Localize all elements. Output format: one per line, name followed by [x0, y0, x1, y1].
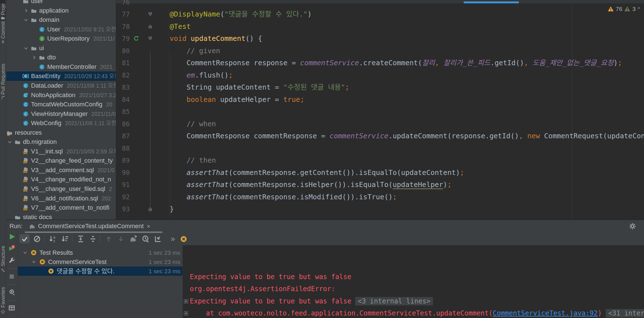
line-number: 76 [116, 0, 130, 8]
code-line-86: // when [170, 118, 216, 130]
tree-item-label: domain [39, 15, 59, 25]
project-tree-row-WebConfig[interactable]: CWebConfig2021/11/08 1:11 오전, 9 [6, 118, 116, 128]
sort-alphabetically-button[interactable]: az [48, 234, 58, 243]
chevron-down-icon[interactable] [23, 250, 28, 255]
rerun-failed-button[interactable]: ! [8, 245, 15, 252]
left-toolbar-separator [8, 284, 16, 285]
project-tree-row-resources[interactable]: resources [6, 128, 116, 137]
svg-text:C: C [25, 74, 27, 78]
star-icon[interactable] [1, 310, 5, 314]
stripe-label-pull-requests[interactable]: Pull Requests [0, 53, 6, 95]
project-tree-row-User[interactable]: CUser2021/12/02 9:21 오전, [6, 25, 116, 34]
close-icon[interactable] [146, 224, 151, 229]
folded-lines-badge: <31 internal lines> [606, 309, 644, 317]
chevron-up-icon[interactable]: ^ [638, 6, 640, 12]
expand-fold-icon[interactable] [184, 299, 188, 304]
stripe-label-commit[interactable]: Commit [0, 18, 6, 39]
more-actions-button[interactable]: » [171, 233, 175, 245]
collapse-all-button[interactable] [88, 234, 98, 243]
tree-item-label: db.migration [23, 137, 57, 147]
eye-button[interactable] [8, 289, 15, 296]
show-ignored-button[interactable] [32, 234, 42, 243]
sql-file-icon: SQL [23, 167, 29, 173]
project-tree-row-V6__add_notification.sql[interactable]: SQLV6__add_notification.sql202 [6, 194, 116, 203]
project-tree-panel: userapplicationdomainCUser2021/12/02 9:2… [6, 0, 116, 219]
stacktrace-link[interactable]: CommentServiceTest.java:92 [493, 309, 598, 317]
folder-icon [31, 45, 37, 51]
layout-button[interactable] [8, 305, 15, 311]
stripe-label-favorites[interactable]: Favorites [0, 278, 6, 308]
project-tree-row-V4__change_modified_not_n[interactable]: SQLV4__change_modified_not_n [6, 175, 116, 184]
chevron-down-icon[interactable] [31, 259, 36, 264]
test-history-button[interactable] [140, 234, 150, 243]
project-tree-row-BaseEntity[interactable]: CBaseEntity2021/10/28 12:43 오후 [6, 71, 116, 81]
project-tree-row-ViewHistoryManager[interactable]: CViewHistoryManager2021/11/0 [6, 109, 116, 119]
project-tree-row-UserRepository[interactable]: IUserRepository2021/11/ [6, 34, 116, 43]
project-tree-row-db.migration[interactable]: db.migration [6, 137, 116, 147]
test-tree-row[interactable]: 댓글을 수정할 수 있다.1 sec 23 ms [18, 266, 183, 276]
project-tree-row-TomcatWebCustomConfig[interactable]: CTomcatWebCustomConfig20 [6, 100, 116, 109]
fold-marker-down-icon[interactable] [148, 36, 153, 41]
wrench-button[interactable] [8, 257, 15, 264]
project-tree-row-V7__add_comment_to_notifi[interactable]: SQLV7__add_comment_to_notifi [6, 203, 116, 212]
svg-text:I: I [41, 37, 42, 41]
chevron-down-icon[interactable] [23, 17, 29, 22]
rerun-failed-gradle-button[interactable] [128, 234, 138, 243]
fold-marker-down-icon[interactable] [148, 12, 153, 17]
project-tree-row-V2__change_feed_content_ty[interactable]: SQLV2__change_feed_content_ty [6, 156, 116, 165]
tree-item-timestamp: 2 [109, 186, 112, 192]
commit-icon[interactable] [1, 40, 5, 44]
test-tree-row[interactable]: CommentServiceTest1 sec 23 ms [18, 257, 183, 266]
chevron-right-icon[interactable] [23, 8, 29, 13]
project-tree-row-V5__change_user_filed.sql[interactable]: SQLV5__change_user_filed.sql2 [6, 184, 116, 194]
folder-resources-icon [6, 130, 13, 136]
sort-by-duration-button[interactable] [60, 234, 70, 243]
project-tree-row-user[interactable]: user [6, 0, 116, 6]
project-tree-row-dto[interactable]: dto [6, 53, 116, 62]
test-console-output[interactable]: Expecting value to be true but was false… [183, 245, 644, 318]
svg-text:C: C [24, 112, 27, 116]
svg-text:SQL: SQL [23, 208, 28, 210]
tree-item-label: resources [15, 128, 42, 137]
project-tree-row-application[interactable]: application [6, 6, 116, 15]
project-tree-row-domain[interactable]: domain [6, 15, 116, 25]
editor[interactable]: 7677@DisplayName("댓글을 수정할 수 있다.")78@Test… [116, 0, 644, 219]
collapse-all-icon [89, 235, 97, 243]
project-tree-row-V1__init.sql[interactable]: SQLV1__init.sql2021/10/05 2:59 오후 [6, 147, 116, 156]
import-test-results-button[interactable] [153, 234, 163, 243]
editor-tab-bar [116, 0, 644, 4]
expand-fold-icon[interactable] [184, 311, 188, 316]
chevron-right-icon[interactable] [32, 55, 37, 60]
previous-occurrence-button[interactable] [103, 234, 113, 243]
previous-occurrence-icon [105, 235, 112, 243]
test-tree-row[interactable]: Test Results1 sec 23 ms [18, 248, 183, 257]
line-number: 88 [116, 142, 130, 155]
tree-item-label: BaseEntity2021/10/28 12:43 오후 [31, 71, 116, 81]
run-tab[interactable]: CommentServiceTest.updateComment [29, 220, 151, 232]
stripe-label-structure[interactable]: Structure [0, 236, 6, 266]
run-test-gutter-icon[interactable] [133, 36, 139, 41]
pull-request-icon[interactable] [1, 96, 5, 100]
project-tree-row-NoltoApplication[interactable]: CNoltoApplication2021/10/27 3:2 [6, 90, 116, 100]
show-passed-button[interactable] [20, 234, 30, 243]
project-tree-row-V3__add_comment.sql[interactable]: SQLV3__add_comment.sql2021/0 [6, 165, 116, 175]
structure-icon[interactable] [1, 268, 5, 272]
gear-icon[interactable] [629, 223, 636, 230]
project-tree-row-ui[interactable]: ui [6, 43, 116, 53]
fold-marker-up-icon[interactable] [148, 24, 153, 29]
fold-marker-up-icon[interactable] [148, 207, 153, 211]
svg-text:SQL: SQL [23, 151, 28, 154]
stop-button[interactable] [8, 273, 15, 280]
chevron-down-icon[interactable] [23, 46, 29, 51]
chevron-down-icon[interactable] [7, 139, 12, 144]
test-failed-icon [48, 268, 54, 274]
play-button[interactable] [8, 233, 16, 240]
tree-item-label: NoltoApplication2021/10/27 3:2 [31, 90, 116, 100]
inspections-widget[interactable]: 76 3 ^ [608, 5, 640, 13]
next-occurrence-button[interactable] [116, 234, 126, 243]
project-tree-row-static_docs[interactable]: static docs [6, 212, 116, 219]
project-tree-row-MemberController[interactable]: CMemberController2021 [6, 62, 116, 72]
expand-all-button[interactable] [75, 234, 86, 243]
project-tree-row-DataLoader[interactable]: CDataLoader2021/11/08 1:11 오전, [6, 81, 116, 90]
line-number: 93 [116, 203, 130, 215]
